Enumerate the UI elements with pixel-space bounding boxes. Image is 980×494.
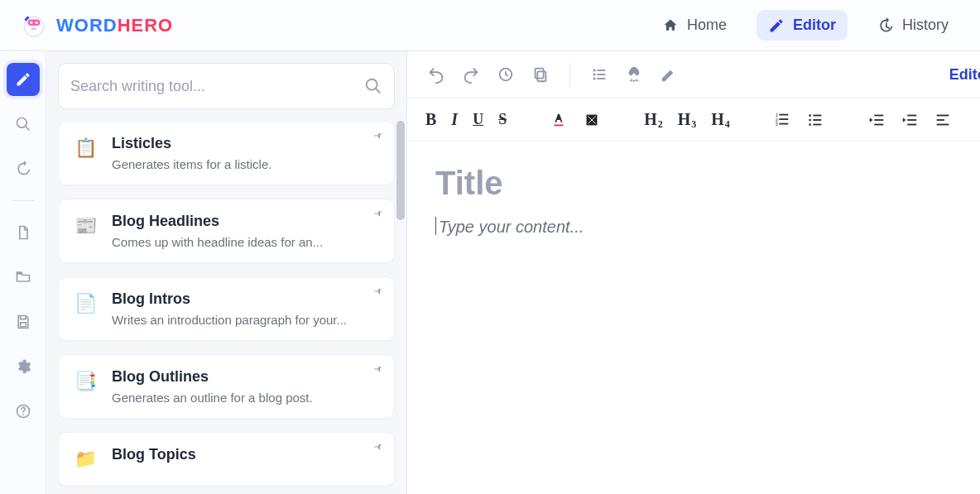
tool-card[interactable]: 📁 Blog Topics	[58, 432, 395, 487]
svg-rect-38	[937, 119, 944, 121]
brand[interactable]: WORDHERO	[20, 12, 173, 40]
pencil-icon	[768, 17, 785, 34]
indent-button[interactable]	[901, 111, 919, 129]
svg-rect-16	[597, 78, 605, 79]
tool-card[interactable]: 📋 Listicles Generates items for a listic…	[58, 121, 395, 185]
format-toolbar: B I U S H2 H3 H4 123	[407, 98, 980, 141]
editor-version[interactable]: Editor v1	[949, 66, 980, 84]
text-color-button[interactable]	[550, 111, 568, 129]
tool-desc: Generates items for a listicle.	[112, 157, 381, 171]
history-icon	[877, 17, 894, 34]
pin-icon[interactable]	[371, 128, 386, 143]
svg-rect-30	[813, 123, 821, 125]
content-placeholder[interactable]: Type your content...	[435, 217, 980, 237]
h2-button[interactable]: H2	[644, 110, 663, 129]
list-button[interactable]	[588, 64, 610, 85]
nav-history-label: History	[902, 17, 949, 34]
tool-list: 📋 Listicles Generates items for a listic…	[46, 121, 406, 494]
toolbar-separator	[569, 63, 570, 86]
left-rail	[0, 51, 46, 494]
rail-search[interactable]	[7, 108, 40, 141]
rail-history[interactable]	[7, 152, 40, 185]
ordered-list-button[interactable]: 123	[773, 111, 791, 129]
tool-icon: 📰	[72, 213, 98, 239]
top-bar: WORDHERO Home Editor History	[0, 0, 980, 51]
history-icon	[15, 161, 31, 177]
svg-rect-10	[536, 69, 544, 79]
tool-icon: 📁	[72, 446, 98, 472]
pin-icon[interactable]	[371, 206, 386, 221]
rocket-button[interactable]	[623, 64, 645, 85]
svg-point-2	[30, 21, 32, 23]
svg-rect-5	[20, 323, 26, 327]
svg-rect-11	[593, 70, 596, 72]
svg-rect-17	[555, 124, 564, 126]
bold-button[interactable]: B	[425, 110, 436, 129]
svg-rect-32	[874, 119, 883, 121]
editor-toolbar: Editor v1	[407, 51, 980, 98]
nav-editor[interactable]: Editor	[757, 10, 848, 41]
rail-new-doc[interactable]	[7, 216, 40, 249]
svg-rect-28	[813, 114, 821, 116]
svg-rect-15	[597, 74, 605, 75]
help-icon	[15, 403, 31, 420]
redo-button[interactable]	[460, 64, 482, 85]
rail-editor[interactable]	[7, 63, 40, 96]
document-area[interactable]: Title Type your content...	[407, 141, 980, 260]
outdent-button[interactable]	[867, 111, 886, 129]
pin-icon[interactable]	[371, 284, 386, 299]
highlight-button[interactable]	[583, 111, 601, 129]
file-icon	[15, 224, 31, 241]
tool-desc: Comes up with headline ideas for an...	[112, 235, 381, 249]
svg-rect-13	[593, 78, 596, 80]
title-placeholder[interactable]: Title	[435, 165, 980, 202]
svg-rect-4	[31, 27, 36, 30]
undo-button[interactable]	[425, 64, 447, 85]
tool-card[interactable]: 📄 Blog Intros Writes an introduction par…	[58, 276, 395, 341]
align-button[interactable]	[934, 111, 952, 129]
svg-rect-35	[907, 119, 916, 121]
h3-button[interactable]: H3	[678, 110, 697, 129]
svg-rect-33	[874, 123, 883, 125]
tool-icon: 📑	[72, 368, 98, 395]
tool-desc: Generates an outline for a blog post.	[112, 391, 381, 405]
copy-button[interactable]	[530, 64, 551, 85]
search-input-wrap[interactable]	[58, 63, 395, 109]
nav-home[interactable]: Home	[651, 10, 738, 41]
svg-rect-39	[937, 123, 949, 125]
svg-rect-34	[907, 114, 916, 116]
history-button[interactable]	[495, 64, 516, 85]
svg-rect-24	[779, 122, 788, 124]
rail-help[interactable]	[7, 395, 40, 428]
rail-open[interactable]	[7, 261, 40, 294]
search-icon	[15, 116, 31, 132]
unordered-list-button[interactable]	[806, 111, 824, 129]
tool-card[interactable]: 📰 Blog Headlines Comes up with headline …	[58, 199, 395, 263]
edit-button[interactable]	[658, 64, 680, 85]
scrollbar-thumb[interactable]	[396, 121, 405, 220]
scrollbar-track[interactable]	[395, 121, 406, 494]
h4-button[interactable]: H4	[711, 110, 730, 129]
rail-settings[interactable]	[7, 350, 40, 383]
strike-button[interactable]: S	[498, 111, 507, 128]
svg-point-26	[809, 118, 811, 121]
rail-save[interactable]	[7, 305, 40, 338]
svg-point-7	[22, 414, 24, 415]
folder-open-icon	[15, 269, 31, 285]
nav-history[interactable]: History	[866, 10, 960, 41]
svg-point-3	[36, 21, 38, 23]
svg-point-27	[809, 123, 811, 126]
pin-icon[interactable]	[371, 439, 386, 454]
svg-rect-29	[813, 119, 821, 121]
editor-pane: Editor v1 B I U S H2 H3 H4 123 Title	[407, 51, 980, 494]
pin-icon[interactable]	[371, 362, 386, 376]
underline-button[interactable]: U	[473, 111, 483, 128]
nav-editor-label: Editor	[793, 17, 836, 34]
tool-title: Blog Outlines	[112, 368, 381, 386]
search-input[interactable]	[70, 78, 356, 95]
tool-icon: 📄	[72, 290, 98, 317]
svg-point-25	[809, 114, 811, 117]
tool-card[interactable]: 📑 Blog Outlines Generates an outline for…	[58, 354, 395, 419]
italic-button[interactable]: I	[451, 110, 458, 129]
tool-icon: 📋	[72, 135, 98, 161]
